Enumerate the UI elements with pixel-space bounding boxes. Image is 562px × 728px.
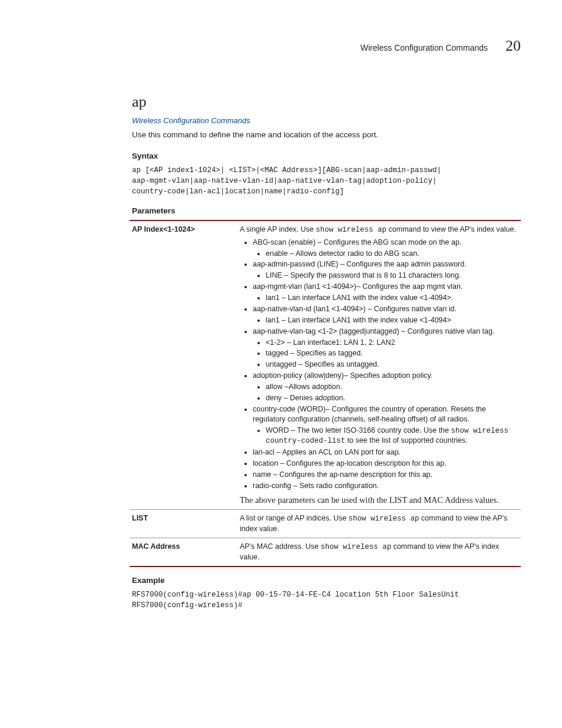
- table-row: MAC Address AP's MAC address. Use show w…: [130, 538, 521, 566]
- parameters-heading: Parameters: [132, 206, 521, 216]
- list-item: lan-acl – Applies an ACL on LAN port for…: [253, 447, 518, 457]
- list-item: radio-config – Sets radio configuration.: [253, 481, 518, 491]
- param-name: AP Index<1-1024>: [130, 220, 237, 510]
- list-item: adoption-policy (allow|deny)– Specifies …: [253, 371, 518, 403]
- param-name: LIST: [130, 510, 237, 538]
- desc-code: show wireless ap: [316, 226, 386, 234]
- list-item: untagged – Specifies as untagged.: [266, 360, 518, 370]
- list-item: aap-native-vlan-tag <1-2> (tagged|untagg…: [253, 327, 518, 370]
- bullet-text: ABG-scan (enable) – Configures the ABG s…: [253, 238, 461, 246]
- list-item: enable – Allows detector radio to do ABG…: [266, 249, 518, 259]
- bullet-text: country-code (WORD)– Configures the coun…: [253, 405, 486, 423]
- header-title: Wireless Configuration Commands: [361, 42, 488, 54]
- param-desc: AP's MAC address. Use show wireless ap c…: [237, 538, 521, 566]
- breadcrumb-link[interactable]: Wireless Configuration Commands: [130, 116, 521, 126]
- desc-text: command to view the AP's index value.: [386, 225, 516, 233]
- table-row: AP Index<1-1024> A single AP index. Use …: [130, 220, 521, 510]
- bullet-text: aap-admin-passwd (LINE) – Configures the…: [253, 260, 467, 268]
- bullet-text: adoption-policy (allow|deny)– Specifies …: [253, 371, 432, 380]
- example-heading: Example: [132, 575, 521, 586]
- list-item: allow –Allows adoption.: [266, 382, 518, 392]
- param-bullets: ABG-scan (enable) – Configures the ABG s…: [240, 238, 518, 491]
- param-name: MAC Address: [130, 538, 237, 566]
- page-header: Wireless Configuration Commands 20: [41, 35, 521, 56]
- desc-code: show wireless ap: [320, 543, 391, 551]
- list-item: <1-2> – Lan interface1: LAN 1, 2: LAN2: [266, 338, 518, 348]
- syntax-code: ap [<AP index1-1024>| <LIST>|<MAC Addres…: [132, 165, 521, 197]
- list-item: country-code (WORD)– Configures the coun…: [253, 404, 518, 447]
- param-desc: A list or range of AP indices. Use show …: [237, 510, 521, 538]
- list-item: tagged – Specifies as tagged.: [266, 348, 518, 358]
- list-item: lan1 – Lan interface LAN1 with the index…: [266, 293, 518, 303]
- param-trailer: The above parameters can be used with th…: [240, 495, 518, 506]
- table-row: LIST A list or range of AP indices. Use …: [130, 510, 521, 538]
- section-title: ap: [130, 91, 521, 112]
- list-item: WORD – The two letter ISO-3166 country c…: [266, 426, 518, 447]
- example-code: RFS7000(config-wireless)#ap 00-15-70-14-…: [132, 589, 521, 611]
- param-desc: A single AP index. Use show wireless ap …: [237, 220, 521, 510]
- list-item: aap-admin-passwd (LINE) – Configures the…: [253, 259, 518, 281]
- list-item: ABG-scan (enable) – Configures the ABG s…: [253, 238, 518, 259]
- desc-text: AP's MAC address. Use: [240, 542, 320, 551]
- desc-code: show wireless ap: [349, 515, 419, 523]
- desc-text: A list or range of AP indices. Use: [240, 514, 349, 522]
- desc-text: A single AP index. Use: [240, 225, 316, 233]
- bullet-text: aap-mgmt-vlan (lan1 <1-4094>)– Configure…: [253, 282, 462, 291]
- syntax-heading: Syntax: [132, 151, 521, 162]
- bullet-text: aap-native-vlan-id (lan1 <1-4094>) – Con…: [253, 305, 457, 313]
- list-item: name – Configures the ap-name descriptio…: [253, 470, 518, 480]
- list-item: LINE – Specify the password that is 8 to…: [266, 271, 518, 281]
- chapter-number: 20: [505, 35, 521, 56]
- bullet-text: WORD – The two letter ISO-3166 country c…: [266, 426, 451, 434]
- list-item: lan1 – Lan interface LAN1 with the index…: [266, 315, 518, 325]
- bullet-text: to see the list of supported countries.: [345, 436, 468, 444]
- list-item: aap-native-vlan-id (lan1 <1-4094>) – Con…: [253, 304, 518, 325]
- list-item: aap-mgmt-vlan (lan1 <1-4094>)– Configure…: [253, 282, 518, 303]
- bullet-text: aap-native-vlan-tag <1-2> (tagged|untagg…: [253, 327, 494, 335]
- list-item: deny – Denies adoption.: [266, 393, 518, 403]
- list-item: location – Configures the ap-location de…: [253, 459, 518, 469]
- parameters-table: AP Index<1-1024> A single AP index. Use …: [130, 220, 521, 567]
- intro-text: Use this command to define the name and …: [132, 130, 521, 140]
